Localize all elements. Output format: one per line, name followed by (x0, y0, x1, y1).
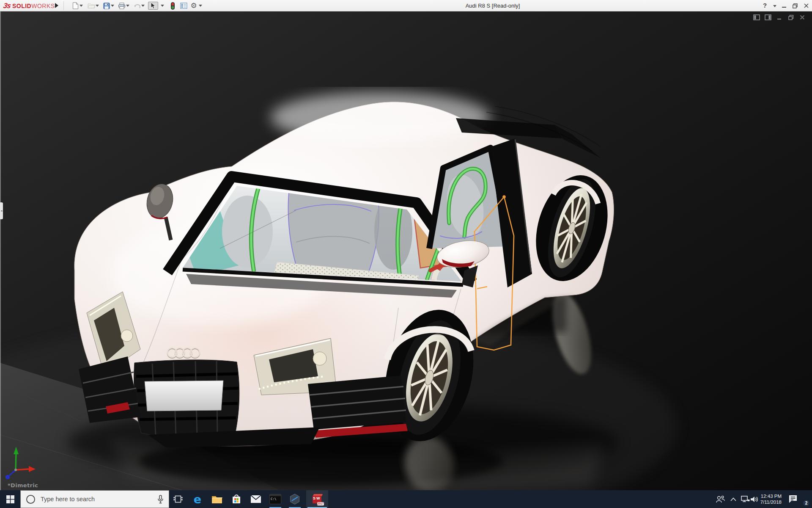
terminal-prompt-text: C:\ (271, 497, 277, 501)
print-dropdown-caret[interactable] (126, 5, 129, 7)
notification-badge: 2 (803, 500, 810, 507)
display-states-button[interactable] (168, 2, 177, 10)
taskbar-app-file-explorer[interactable] (207, 490, 227, 508)
hexagon-icon (289, 494, 300, 505)
open-dropdown-caret[interactable] (96, 5, 99, 7)
chevron-up-icon (730, 497, 736, 501)
store-bag-icon (231, 494, 241, 504)
open-folder-icon (88, 3, 95, 9)
microphone-icon[interactable] (157, 495, 164, 504)
close-button[interactable] (801, 0, 811, 11)
task-view-icon (173, 495, 183, 503)
new-document-icon (72, 2, 79, 9)
display-pane-icon (765, 14, 771, 20)
undo-button[interactable] (133, 2, 141, 10)
panel-edge-strip (0, 11, 1, 490)
front-grille[interactable] (134, 360, 239, 438)
tray-overflow-button[interactable] (728, 490, 738, 508)
cortana-icon (26, 495, 35, 504)
taskbar-search[interactable] (20, 490, 169, 508)
license-plate (145, 381, 223, 411)
feature-pane-button[interactable] (753, 14, 760, 21)
minimize-button[interactable] (779, 0, 789, 11)
minimize-icon (777, 15, 782, 20)
clock-date: 7/11/2018 (757, 499, 782, 505)
minimize-icon (782, 3, 787, 8)
folder-icon (211, 495, 222, 504)
taskbar-clock[interactable]: 12:43 PM 7/11/2018 (757, 490, 782, 508)
save-button[interactable] (102, 2, 111, 10)
solidworks-logo: 3s SOLIDWORKS (3, 0, 55, 11)
help-dropdown-caret[interactable] (773, 5, 776, 7)
display-pane-button[interactable] (179, 2, 188, 10)
solidworks-cube-icon: SW 2017 (312, 494, 323, 505)
people-button[interactable] (714, 490, 727, 508)
sw-letters: SW (313, 496, 321, 500)
new-document-button[interactable] (71, 2, 80, 10)
traffic-light-icon (170, 2, 175, 10)
print-button[interactable] (118, 2, 126, 10)
feature-manager-collapsed-tab[interactable]: ◂ (0, 202, 3, 219)
doc-minimize-button[interactable] (776, 14, 783, 21)
mail-envelope-icon (250, 495, 261, 503)
printer-icon (118, 3, 126, 9)
close-icon (804, 3, 809, 8)
help-button[interactable]: ? (763, 0, 767, 11)
solidworks-mark-icon: 3s (3, 2, 11, 10)
taskbar-app-hexagon[interactable] (285, 490, 304, 508)
restore-button[interactable] (790, 0, 800, 11)
open-button[interactable] (87, 2, 96, 10)
taskbar: e C:\ SW (0, 490, 812, 508)
brand-solid: SOLID (12, 3, 31, 9)
view-orientation-label: *Dimetric (8, 482, 38, 489)
viewport-3d[interactable]: ◂ *Dimetric (0, 11, 812, 490)
start-button[interactable] (0, 490, 20, 508)
restore-icon (788, 15, 794, 20)
save-dropdown-caret[interactable] (111, 5, 114, 7)
clock-time: 12:43 PM (757, 493, 782, 499)
document-window-controls (753, 14, 806, 21)
action-center-button[interactable] (786, 490, 800, 508)
search-input[interactable] (40, 495, 157, 503)
terminal-icon: C:\ (269, 494, 281, 504)
restore-icon (793, 3, 798, 8)
edge-icon: e (194, 494, 201, 505)
select-cursor-icon (150, 2, 156, 9)
doc-close-button[interactable] (798, 14, 806, 21)
options-button[interactable]: ⚙ (189, 2, 198, 10)
options-dropdown-caret[interactable] (199, 5, 202, 7)
right-intake (308, 375, 408, 438)
save-floppy-icon (103, 3, 110, 9)
undo-arrow-icon (134, 3, 141, 9)
sw-year: 2017 (317, 502, 324, 505)
taskbar-app-mail[interactable] (246, 490, 266, 508)
action-center-icon (788, 495, 798, 503)
toolbar-divider (63, 1, 64, 10)
feature-pane-icon (753, 14, 760, 20)
taskbar-app-solidworks[interactable]: SW 2017 (306, 490, 328, 508)
scene-canvas[interactable] (0, 11, 812, 490)
taskbar-app-store[interactable] (227, 490, 246, 508)
select-dropdown-caret[interactable] (161, 5, 164, 7)
list-pane-icon (180, 3, 187, 9)
menu-flyout-arrow-icon[interactable] (55, 3, 58, 8)
titlebar: 3s SOLIDWORKS (0, 0, 812, 11)
taskbar-app-command-prompt[interactable]: C:\ (266, 490, 285, 508)
window-title: Audi R8 S [Read-only] (440, 0, 546, 11)
display-pane-toggle-button[interactable] (764, 14, 772, 21)
people-icon (716, 495, 725, 503)
windows-start-icon (6, 495, 14, 503)
new-dropdown-caret[interactable] (80, 5, 83, 7)
doc-restore-button[interactable] (787, 14, 795, 21)
brand-works: WORKS (31, 3, 55, 9)
close-icon (800, 15, 805, 20)
select-button[interactable] (148, 2, 158, 10)
gear-icon: ⚙ (190, 2, 197, 9)
task-view-button[interactable] (168, 490, 188, 508)
undo-dropdown-caret[interactable] (141, 5, 145, 7)
taskbar-app-edge[interactable]: e (188, 490, 207, 508)
screen: 3s SOLIDWORKS (0, 0, 812, 508)
